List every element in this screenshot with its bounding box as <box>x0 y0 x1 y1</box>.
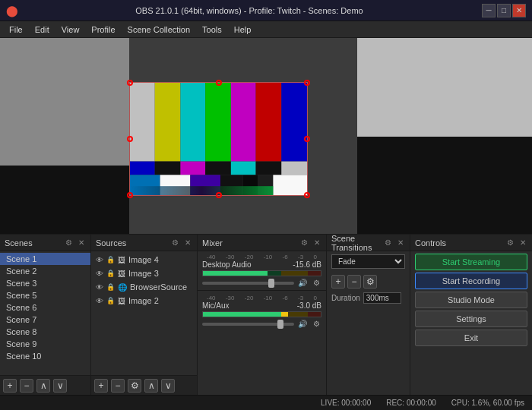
scene-item[interactable]: Scene 10 <box>0 350 90 362</box>
duration-input[interactable] <box>363 292 401 304</box>
close-button[interactable]: ✕ <box>512 4 526 17</box>
resize-handle-tr[interactable] <box>304 80 310 86</box>
mixer-desktop-config[interactable]: ⚙ <box>311 279 321 287</box>
source-visibility-icon[interactable]: 👁 <box>96 297 103 305</box>
source-up-button[interactable]: ∧ <box>144 379 158 393</box>
mixer-desktop-fader-row[interactable]: 🔊 ⚙ <box>202 279 321 287</box>
mixer-mic-fader[interactable] <box>202 323 294 326</box>
start-streaming-button[interactable]: Start Streaming <box>415 254 527 270</box>
transitions-panel-header: Scene Transitions ⚙ ✕ <box>327 235 410 251</box>
resize-handle-br[interactable] <box>304 192 310 198</box>
source-down-button[interactable]: ∨ <box>161 379 175 393</box>
source-name-label: Image 4 <box>128 255 159 264</box>
scene-item[interactable]: Scene 5 <box>0 289 90 301</box>
scene-add-button[interactable]: + <box>3 379 17 393</box>
scene-up-button[interactable]: ∧ <box>36 379 50 393</box>
transition-settings-button[interactable]: ⚙ <box>363 275 377 289</box>
controls-panel-icons[interactable]: ⚙ ✕ <box>505 238 527 248</box>
scenes-panel-icons[interactable]: ⚙ ✕ <box>64 238 86 248</box>
source-item[interactable]: 👁🔒🖼Image 3 <box>91 266 197 280</box>
mixer-desktop-fader[interactable] <box>202 282 294 285</box>
scene-item[interactable]: Scene 7 <box>0 314 90 326</box>
mixer-desktop-mute[interactable]: 🔊 <box>297 279 308 287</box>
scene-item[interactable]: Scene 3 <box>0 277 90 289</box>
exit-button[interactable]: Exit <box>415 330 527 346</box>
sources-close-icon[interactable]: ✕ <box>183 238 192 248</box>
scene-remove-button[interactable]: − <box>20 379 33 393</box>
resize-handle-tm[interactable] <box>216 80 222 86</box>
resize-handle-bl[interactable] <box>127 192 133 198</box>
mixer-desktop-thumb[interactable] <box>268 279 274 288</box>
resize-handle-ml[interactable] <box>127 136 133 142</box>
controls-panel: Controls ⚙ ✕ Start StreamingStart Record… <box>410 235 532 395</box>
source-visibility-icon[interactable]: 👁 <box>96 256 103 264</box>
mixer-meter-fill-desktop <box>268 271 321 276</box>
scene-item[interactable]: Scene 9 <box>0 338 90 350</box>
settings-button[interactable]: Settings <box>415 311 527 327</box>
source-item[interactable]: 👁🔒🖼Image 4 <box>91 253 197 266</box>
source-lock-icon[interactable]: 🔒 <box>106 283 115 291</box>
transition-remove-button[interactable]: − <box>347 275 361 289</box>
svg-rect-5 <box>256 83 282 162</box>
mixer-close-icon[interactable]: ✕ <box>312 238 321 248</box>
meter-seg-green-mic <box>203 312 281 317</box>
source-settings-button[interactable]: ⚙ <box>128 379 141 393</box>
mixer-mic-config[interactable]: ⚙ <box>311 320 321 328</box>
menu-item-file[interactable]: File <box>3 24 29 36</box>
scenes-config-icon[interactable]: ⚙ <box>64 238 74 248</box>
scene-item[interactable]: Scene 2 <box>0 265 90 277</box>
controls-close-icon[interactable]: ✕ <box>518 238 527 248</box>
scene-item[interactable]: Scene 1 <box>0 253 90 265</box>
source-remove-button[interactable]: − <box>111 379 125 393</box>
source-list[interactable]: 👁🔒🖼Image 4👁🔒🖼Image 3👁🔒🌐BrowserSource👁🔒🖼I… <box>91 251 197 375</box>
source-item[interactable]: 👁🔒🖼Image 2 <box>91 294 197 308</box>
menu-item-profile[interactable]: Profile <box>85 24 121 36</box>
source-lock-icon[interactable]: 🔒 <box>106 270 115 277</box>
studio-mode-button[interactable]: Studio Mode <box>415 292 527 308</box>
scene-item[interactable]: Scene 6 <box>0 301 90 314</box>
sources-panel-icons[interactable]: ⚙ ✕ <box>170 238 192 248</box>
menu-item-tools[interactable]: Tools <box>196 24 228 36</box>
preview-area <box>0 38 532 234</box>
transition-controls[interactable]: + − ⚙ <box>327 273 410 290</box>
source-lock-icon[interactable]: 🔒 <box>106 297 115 304</box>
scene-list[interactable]: Scene 1Scene 2Scene 3Scene 5Scene 6Scene… <box>0 251 90 375</box>
menu-item-view[interactable]: View <box>55 24 86 36</box>
color-bars-source[interactable] <box>129 82 308 196</box>
transitions-close-icon[interactable]: ✕ <box>396 238 405 248</box>
minimize-button[interactable]: ─ <box>482 4 496 17</box>
resize-handle-mr[interactable] <box>304 136 310 142</box>
source-visibility-icon[interactable]: 👁 <box>96 270 103 278</box>
source-type-icon: 🖼 <box>118 297 125 305</box>
mixer-mic-thumb[interactable] <box>277 320 283 329</box>
transitions-panel: Scene Transitions ⚙ ✕ Fade + − ⚙ Duratio… <box>327 235 410 395</box>
resize-handle-tl[interactable] <box>127 80 133 86</box>
controls-config-icon[interactable]: ⚙ <box>505 238 515 248</box>
transition-add-button[interactable]: + <box>331 275 345 289</box>
resize-handle-bm[interactable] <box>216 192 222 198</box>
mixer-panel-title: Mixer <box>202 238 223 248</box>
scenes-close-icon[interactable]: ✕ <box>77 238 86 248</box>
window-controls[interactable]: ─ □ ✕ <box>480 4 526 17</box>
mixer-mic-mute[interactable]: 🔊 <box>297 320 308 328</box>
menu-item-help[interactable]: Help <box>228 24 258 36</box>
transitions-config-icon[interactable]: ⚙ <box>383 238 393 248</box>
source-visibility-icon[interactable]: 👁 <box>96 283 103 292</box>
source-add-button[interactable]: + <box>94 379 108 393</box>
mixer-mic-fader-row[interactable]: 🔊 ⚙ <box>202 320 321 328</box>
maximize-button[interactable]: □ <box>497 4 511 17</box>
scene-down-button[interactable]: ∨ <box>53 379 67 393</box>
menu-item-scene-collection[interactable]: Scene Collection <box>122 24 197 36</box>
transition-type-select[interactable]: Fade <box>331 254 405 269</box>
mixer-panel-icons[interactable]: ⚙ ✕ <box>299 238 321 248</box>
sources-config-icon[interactable]: ⚙ <box>170 238 180 248</box>
source-item[interactable]: 👁🔒🌐BrowserSource <box>91 280 197 294</box>
svg-rect-1 <box>155 83 181 162</box>
controls-buttons: Start StreamingStart RecordingStudio Mod… <box>410 251 532 348</box>
transitions-panel-icons[interactable]: ⚙ ✕ <box>383 238 405 248</box>
mixer-config-icon[interactable]: ⚙ <box>299 238 309 248</box>
source-lock-icon[interactable]: 🔒 <box>106 256 115 263</box>
menu-item-edit[interactable]: Edit <box>29 24 55 36</box>
scene-item[interactable]: Scene 8 <box>0 326 90 338</box>
start-recording-button[interactable]: Start Recording <box>415 273 527 289</box>
